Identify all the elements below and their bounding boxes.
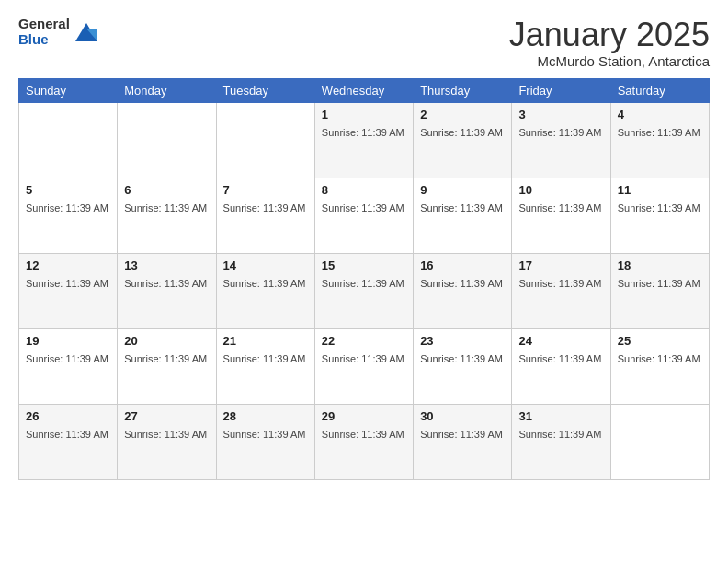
day-number: 29	[322, 409, 406, 423]
calendar-cell: 1Sunrise: 11:39 AM	[314, 102, 413, 178]
day-number: 13	[124, 259, 209, 272]
day-number: 20	[124, 334, 209, 348]
day-number: 17	[518, 259, 603, 272]
calendar-cell	[216, 102, 314, 178]
day-number: 10	[518, 183, 603, 197]
page: General Blue January 2025 McMurdo Statio…	[0, 0, 728, 563]
calendar-cell: 10Sunrise: 11:39 AM	[512, 178, 610, 253]
sunrise-info: Sunrise: 11:39 AM	[223, 278, 306, 289]
calendar-cell: 24Sunrise: 11:39 AM	[512, 328, 610, 404]
sunrise-info: Sunrise: 11:39 AM	[322, 278, 404, 289]
day-number: 1	[322, 108, 406, 121]
calendar-cell: 16Sunrise: 11:39 AM	[414, 253, 512, 328]
header-wednesday: Wednesday	[314, 78, 413, 102]
day-number: 9	[420, 183, 505, 197]
day-number: 18	[618, 259, 702, 272]
logo-blue: Blue	[18, 31, 49, 47]
sunrise-info: Sunrise: 11:39 AM	[420, 429, 503, 440]
sunrise-info: Sunrise: 11:39 AM	[322, 202, 404, 213]
day-number: 23	[420, 334, 505, 348]
sunrise-info: Sunrise: 11:39 AM	[124, 278, 207, 289]
header-monday: Monday	[118, 78, 216, 102]
sunrise-info: Sunrise: 11:39 AM	[124, 429, 207, 440]
calendar-cell	[19, 102, 118, 178]
sunrise-info: Sunrise: 11:39 AM	[618, 202, 700, 213]
sunrise-info: Sunrise: 11:39 AM	[223, 202, 306, 213]
day-number: 14	[223, 259, 308, 272]
sunrise-info: Sunrise: 11:39 AM	[322, 353, 404, 364]
day-number: 6	[124, 183, 209, 197]
sunrise-info: Sunrise: 11:39 AM	[518, 202, 601, 213]
sunrise-info: Sunrise: 11:39 AM	[420, 353, 503, 364]
sunrise-info: Sunrise: 11:39 AM	[26, 278, 108, 289]
calendar: Sunday Monday Tuesday Wednesday Thursday…	[18, 78, 710, 480]
header-friday: Friday	[512, 78, 610, 102]
calendar-cell: 6Sunrise: 11:39 AM	[118, 178, 216, 253]
sunrise-info: Sunrise: 11:39 AM	[322, 127, 404, 138]
sunrise-info: Sunrise: 11:39 AM	[618, 353, 700, 364]
day-number: 3	[518, 108, 603, 121]
calendar-cell: 18Sunrise: 11:39 AM	[610, 253, 709, 328]
calendar-cell: 5Sunrise: 11:39 AM	[19, 178, 118, 253]
day-number: 8	[322, 183, 406, 197]
header-thursday: Thursday	[414, 78, 512, 102]
day-number: 26	[26, 409, 110, 423]
sunrise-info: Sunrise: 11:39 AM	[26, 353, 108, 364]
calendar-cell: 8Sunrise: 11:39 AM	[314, 178, 413, 253]
header-tuesday: Tuesday	[216, 78, 314, 102]
calendar-cell: 2Sunrise: 11:39 AM	[414, 102, 512, 178]
calendar-cell: 26Sunrise: 11:39 AM	[19, 404, 118, 479]
sunrise-info: Sunrise: 11:39 AM	[223, 429, 306, 440]
location-title: McMurdo Station, Antarctica	[509, 53, 710, 69]
sunrise-info: Sunrise: 11:39 AM	[223, 353, 306, 364]
header-sunday: Sunday	[19, 78, 118, 102]
calendar-cell: 12Sunrise: 11:39 AM	[19, 253, 118, 328]
calendar-cell: 7Sunrise: 11:39 AM	[216, 178, 314, 253]
calendar-cell	[610, 404, 709, 479]
day-number: 16	[420, 259, 505, 272]
logo-text: General Blue	[18, 17, 70, 47]
calendar-cell: 31Sunrise: 11:39 AM	[512, 404, 610, 479]
calendar-week-row: 19Sunrise: 11:39 AM20Sunrise: 11:39 AM21…	[19, 328, 710, 404]
calendar-cell: 17Sunrise: 11:39 AM	[512, 253, 610, 328]
calendar-week-row: 26Sunrise: 11:39 AM27Sunrise: 11:39 AM28…	[19, 404, 710, 479]
sunrise-info: Sunrise: 11:39 AM	[618, 127, 700, 138]
calendar-cell: 19Sunrise: 11:39 AM	[19, 328, 118, 404]
sunrise-info: Sunrise: 11:39 AM	[322, 429, 404, 440]
sunrise-info: Sunrise: 11:39 AM	[518, 429, 601, 440]
day-number: 19	[26, 334, 110, 348]
sunrise-info: Sunrise: 11:39 AM	[618, 278, 700, 289]
day-number: 30	[420, 409, 505, 423]
day-number: 24	[518, 334, 603, 348]
day-number: 4	[618, 108, 702, 121]
sunrise-info: Sunrise: 11:39 AM	[420, 127, 503, 138]
day-number: 25	[618, 334, 702, 348]
calendar-cell: 23Sunrise: 11:39 AM	[414, 328, 512, 404]
calendar-cell: 28Sunrise: 11:39 AM	[216, 404, 314, 479]
sunrise-info: Sunrise: 11:39 AM	[26, 429, 108, 440]
sunrise-info: Sunrise: 11:39 AM	[124, 353, 207, 364]
calendar-cell: 4Sunrise: 11:39 AM	[610, 102, 709, 178]
logo: General Blue	[18, 17, 101, 47]
calendar-cell: 3Sunrise: 11:39 AM	[512, 102, 610, 178]
day-number: 11	[618, 183, 702, 197]
header-saturday: Saturday	[610, 78, 709, 102]
day-number: 27	[124, 409, 209, 423]
sunrise-info: Sunrise: 11:39 AM	[420, 202, 503, 213]
calendar-cell: 22Sunrise: 11:39 AM	[314, 328, 413, 404]
title-area: January 2025 McMurdo Station, Antarctica	[509, 17, 710, 69]
sunrise-info: Sunrise: 11:39 AM	[518, 127, 601, 138]
calendar-cell: 14Sunrise: 11:39 AM	[216, 253, 314, 328]
sunrise-info: Sunrise: 11:39 AM	[26, 202, 108, 213]
calendar-cell: 9Sunrise: 11:39 AM	[414, 178, 512, 253]
sunrise-info: Sunrise: 11:39 AM	[124, 202, 207, 213]
day-number: 2	[420, 108, 505, 121]
calendar-cell: 20Sunrise: 11:39 AM	[118, 328, 216, 404]
day-number: 7	[223, 183, 308, 197]
calendar-cell	[118, 102, 216, 178]
calendar-cell: 30Sunrise: 11:39 AM	[414, 404, 512, 479]
day-number: 21	[223, 334, 308, 348]
month-title: January 2025	[509, 17, 710, 53]
calendar-cell: 25Sunrise: 11:39 AM	[610, 328, 709, 404]
day-number: 28	[223, 409, 308, 423]
